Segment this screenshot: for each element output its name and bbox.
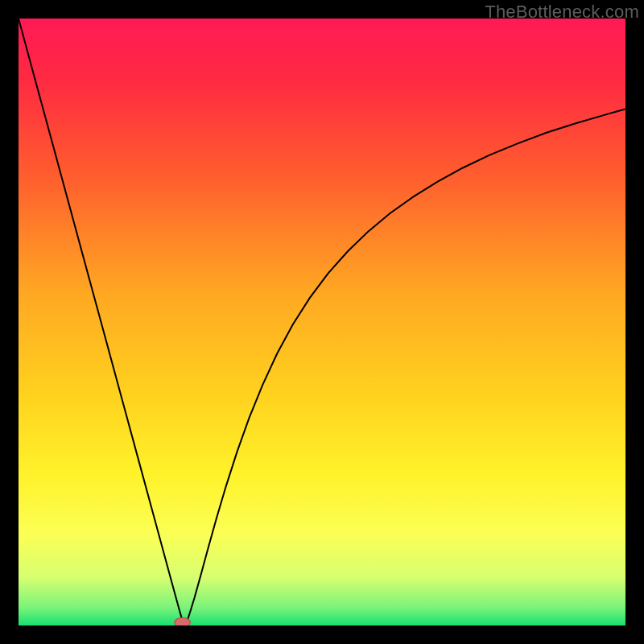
chart-background-gradient	[19, 19, 625, 625]
bottleneck-curve-chart	[19, 19, 625, 625]
chart-frame	[19, 19, 625, 625]
watermark-label: TheBottleneck.com	[485, 2, 639, 23]
minimum-marker	[175, 617, 191, 625]
